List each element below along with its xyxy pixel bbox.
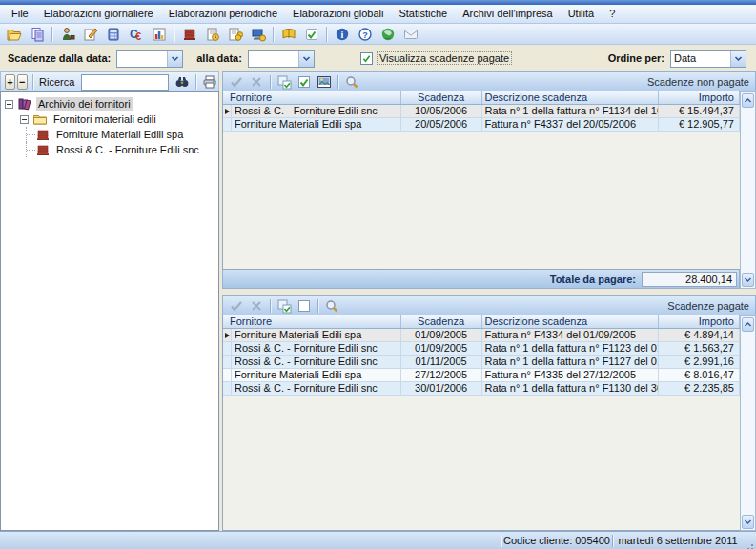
column-header-descrizione-scadenza[interactable]: Descrizione scadenza — [482, 92, 660, 104]
tree-item-forniture-materiali-edili-spa[interactable]: Forniture Materiali Edili spa — [1, 127, 218, 142]
approve-check-icon[interactable] — [300, 25, 322, 44]
to-date-combobox[interactable] — [248, 50, 315, 68]
show-paid-label[interactable]: Visualizza scadenze pagate — [377, 51, 512, 65]
horizontal-splitter[interactable] — [222, 289, 756, 295]
cell-scadenza: 27/12/2005 — [401, 369, 482, 382]
table-row[interactable]: Forniture Materiali Edili spa20/05/2006F… — [223, 118, 740, 132]
tree-label[interactable]: Archivio dei fornitori — [36, 97, 133, 111]
column-header-scadenza[interactable]: Scadenza — [401, 315, 482, 328]
column-header-descrizione-scadenza[interactable]: Descrizione scadenza — [482, 315, 660, 328]
menu-item-elaborazioni-giornaliere[interactable]: Elaborazioni giornaliere — [36, 5, 161, 23]
worker-icon[interactable] — [56, 25, 78, 44]
unpaid-scrollbar[interactable] — [740, 92, 756, 289]
scroll-up-icon[interactable] — [742, 93, 754, 108]
scroll-down-icon[interactable] — [742, 273, 754, 287]
table-row[interactable]: Rossi & C. - Forniture Edili snc30/01/20… — [223, 382, 740, 396]
copy-document-icon[interactable] — [26, 25, 48, 44]
invoice-money-icon[interactable] — [224, 25, 246, 44]
order-by-combobox[interactable]: Data — [670, 50, 746, 68]
paid-toolbar: Scadenze pagate — [222, 295, 756, 315]
menu-item-utilit[interactable]: Utilità — [561, 5, 603, 23]
confirm-icon[interactable] — [227, 73, 246, 91]
separator — [270, 75, 271, 89]
table-row[interactable]: Rossi & C. - Forniture Edili snc01/11/20… — [223, 356, 740, 369]
cell-importo: € 2.991,16 — [659, 356, 740, 369]
menu-item-file[interactable]: File — [4, 5, 36, 23]
print-icon[interactable] — [201, 73, 218, 91]
cell-scadenza: 01/09/2005 — [401, 342, 482, 356]
tree-label[interactable]: Forniture Materiali Edili spa — [54, 128, 185, 141]
collapse-expander-icon[interactable] — [20, 115, 29, 124]
collapse-all-button[interactable]: − — [17, 74, 28, 90]
ledger-icon[interactable] — [277, 25, 299, 44]
menu-item-[interactable]: ? — [602, 5, 623, 23]
resize-grip[interactable] — [743, 532, 756, 549]
globe-icon[interactable] — [377, 25, 398, 44]
from-date-combobox[interactable] — [116, 50, 183, 68]
expand-all-button[interactable]: + — [5, 74, 15, 90]
status-bar: Codice cliente: 005400 martedì 6 settemb… — [0, 531, 756, 549]
edit-icon[interactable] — [79, 25, 101, 44]
table-row[interactable]: Rossi & C. - Forniture Edili snc01/09/20… — [223, 342, 740, 356]
from-date-label: Scadenze dalla data: — [8, 52, 111, 64]
cell-descrizione: Rata n° 1 della fattura n° F1134 del 10/… — [482, 105, 660, 118]
column-header-fornitore[interactable]: Fornitore — [223, 92, 401, 104]
cell-fornitore: Forniture Materiali Edili spa — [232, 329, 401, 342]
menu-item-elaborazioni-periodiche[interactable]: Elaborazioni periodiche — [161, 5, 285, 23]
column-header-scadenza[interactable]: Scadenza — [401, 92, 482, 104]
cell-fornitore: Rossi & C. - Forniture Edili snc — [232, 105, 401, 118]
paid-scrollbar[interactable] — [740, 315, 756, 531]
menu-item-elaborazioni-globali[interactable]: Elaborazioni globali — [285, 5, 391, 23]
search-icon[interactable] — [342, 73, 361, 91]
table-row[interactable]: Rossi & C. - Forniture Edili snc10/05/20… — [223, 105, 740, 118]
open-folder-icon[interactable] — [3, 25, 25, 44]
check-icon — [361, 53, 372, 64]
main-toolbar: C€i? — [0, 24, 756, 45]
bar-chart-icon[interactable] — [148, 25, 170, 44]
cell-descrizione: Fattura n° F4334 del 01/09/2005 — [482, 329, 660, 342]
chevron-down-icon[interactable] — [167, 51, 182, 67]
tree-item-archivio-dei-fornitori[interactable]: Archivio dei fornitori — [1, 96, 218, 112]
tree-toolbar: + − Ricerca — [0, 71, 219, 92]
image-icon[interactable] — [315, 73, 334, 91]
table-row[interactable]: Forniture Materiali Edili spa01/09/2005F… — [223, 329, 740, 342]
tree-label[interactable]: Fornitori materiali edili — [51, 112, 158, 126]
column-header-importo[interactable]: Importo — [659, 92, 740, 104]
column-header-importo[interactable]: Importo — [659, 315, 740, 328]
menu-item-archivi-dell-impresa[interactable]: Archivi dell'impresa — [455, 5, 560, 23]
chevron-down-icon[interactable] — [298, 51, 314, 67]
menu-item-statistiche[interactable]: Statistiche — [391, 5, 455, 23]
scroll-down-icon[interactable] — [742, 515, 754, 529]
confirm-icon[interactable] — [227, 297, 246, 315]
delete-icon[interactable] — [247, 297, 266, 315]
tree-item-fornitori-materiali-edili[interactable]: Fornitori materiali edili — [1, 112, 218, 127]
chevron-down-icon[interactable] — [730, 51, 746, 67]
mail-icon[interactable] — [399, 25, 421, 44]
table-row[interactable]: Forniture Materiali Edili spa27/12/2005F… — [223, 369, 740, 382]
scroll-up-icon[interactable] — [742, 317, 754, 332]
cell-importo: € 1.563,27 — [659, 342, 740, 356]
report-icon[interactable] — [201, 25, 223, 44]
cell-descrizione: Fattura n° F4335 del 27/12/2005 — [482, 369, 660, 382]
calculator-icon[interactable] — [102, 25, 124, 44]
checked-box-icon[interactable] — [295, 73, 314, 91]
pos-icon[interactable] — [247, 25, 269, 44]
info-icon[interactable]: i — [331, 25, 353, 44]
help-icon[interactable]: ? — [354, 25, 376, 44]
svg-text:?: ? — [362, 30, 368, 39]
search-icon[interactable] — [322, 297, 341, 315]
delete-icon[interactable] — [247, 73, 266, 91]
tree-label[interactable]: Rossi & C. - Forniture Edili snc — [54, 143, 201, 156]
tree-item-rossi-c-forniture-edili-snc[interactable]: Rossi & C. - Forniture Edili snc — [1, 142, 218, 157]
unchecked-box-icon[interactable] — [295, 297, 314, 315]
show-paid-checkbox[interactable] — [360, 52, 373, 65]
cell-importo: € 15.494,37 — [659, 105, 740, 118]
find-icon[interactable] — [174, 73, 191, 91]
multi-select-icon[interactable] — [275, 73, 294, 91]
column-header-fornitore[interactable]: Fornitore — [223, 315, 401, 328]
currency-exchange-icon[interactable]: C€ — [125, 25, 147, 44]
production-icon[interactable] — [178, 25, 200, 44]
collapse-expander-icon[interactable] — [5, 100, 13, 109]
multi-select-icon[interactable] — [275, 297, 294, 315]
search-input[interactable] — [81, 74, 169, 91]
